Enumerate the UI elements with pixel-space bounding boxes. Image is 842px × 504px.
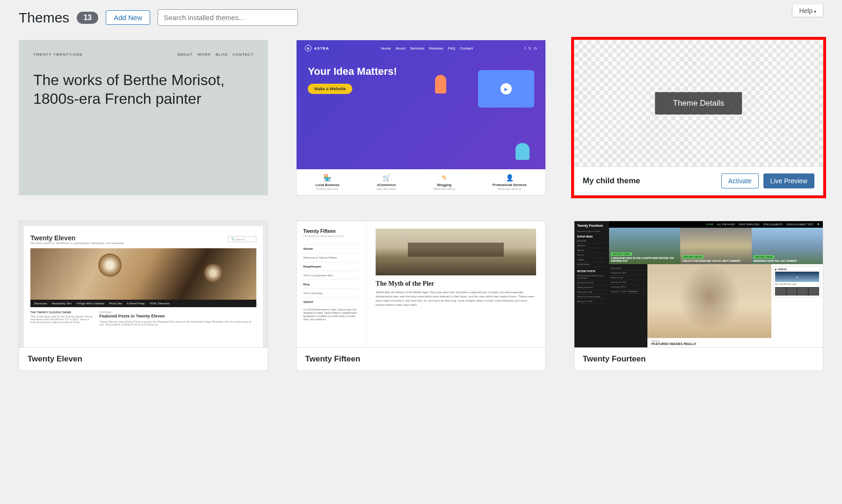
preview-site-title: TWENTY TWENTY-ONE bbox=[33, 52, 83, 57]
preview-social-icons: f 𝕏 G bbox=[524, 46, 537, 50]
theme-screenshot: Twenty Fifteen The WordPress default the… bbox=[297, 221, 545, 347]
person-icon: 👤 bbox=[493, 174, 527, 181]
theme-screenshot: Twenty Fourteen A beautiful magazine the… bbox=[574, 221, 823, 347]
theme-card-astra[interactable]: A ASTRA Home About Services Reviews FAQ … bbox=[296, 40, 545, 195]
preview-video-thumb: ▶ bbox=[775, 272, 819, 282]
preview-featured-row: FEATURED, TRAVELA WEEKEND AWAY IN THE CO… bbox=[609, 228, 823, 264]
preview-header-image bbox=[30, 248, 256, 300]
preview-left-sidebar: Twenty Fourteen A beautiful magazine the… bbox=[574, 221, 609, 347]
theme-name: Twenty Fifteen bbox=[305, 354, 360, 364]
theme-screenshot-empty: Theme Details bbox=[574, 40, 823, 166]
theme-footer: Active: Twenty Twenty-One Customize bbox=[19, 195, 268, 195]
google-icon: G bbox=[534, 46, 537, 50]
preview-cta: Make a Website bbox=[308, 84, 352, 94]
theme-card-twenty-eleven[interactable]: Twenty Eleven The 2011 theme for WordPre… bbox=[19, 221, 268, 371]
preview-categories: 🏪Local BusinessSimilique notio ipsum 🛒eC… bbox=[297, 169, 545, 195]
preview-article-image bbox=[376, 229, 536, 275]
preview-hero-text: The works of Berthe Morisot, 1800s-era F… bbox=[33, 71, 254, 108]
theme-name: Twenty Fourteen bbox=[583, 354, 646, 364]
preview-sidebar: Twenty Fifteen The WordPress default the… bbox=[297, 221, 366, 347]
preview-nav: Showcase Readability Test A Page With a … bbox=[30, 300, 256, 307]
activate-button[interactable]: Activate bbox=[721, 173, 759, 188]
play-icon: ▶ bbox=[501, 83, 512, 94]
theme-card-twenty-fifteen[interactable]: Twenty Fifteen The WordPress default the… bbox=[296, 221, 545, 371]
theme-card-my-child-theme[interactable]: Theme Details My child theme Activate Li… bbox=[574, 40, 823, 195]
play-icon: ▶ bbox=[797, 276, 798, 278]
preview-nav: ABOUT WORK BLOG CONTACT bbox=[178, 52, 254, 57]
preview-illustration: ▶ bbox=[426, 65, 534, 160]
preview-logo: A ASTRA bbox=[305, 45, 329, 51]
theme-name: Twenty Eleven bbox=[28, 354, 82, 364]
theme-name: My child theme bbox=[583, 176, 640, 186]
store-icon: 🏪 bbox=[315, 174, 339, 181]
preview-nav: Home About Services Reviews FAQ Contact bbox=[381, 46, 473, 50]
preview-main: The Myth of the Pier Attired after the f… bbox=[366, 221, 545, 347]
theme-footer: Astra bbox=[297, 195, 545, 195]
theme-screenshot: TWENTY TWENTY-ONE ABOUT WORK BLOG CONTAC… bbox=[19, 40, 268, 195]
preview-title: Twenty Eleven bbox=[30, 234, 123, 242]
theme-count-badge: 13 bbox=[77, 12, 98, 24]
theme-details-button[interactable]: Theme Details bbox=[655, 92, 742, 115]
preview-main-image: PHOTOSFEATURED IMAGES REALLY bbox=[647, 264, 771, 347]
astra-logo-icon: A bbox=[305, 45, 312, 51]
preview-subtitle: The 2011 theme for WordPress is sophisti… bbox=[30, 242, 123, 245]
theme-footer: Twenty Fifteen bbox=[297, 347, 545, 370]
theme-screenshot: A ASTRA Home About Services Reviews FAQ … bbox=[297, 40, 545, 195]
theme-screenshot: Twenty Eleven The 2011 theme for WordPre… bbox=[19, 221, 268, 347]
themes-grid: TWENTY TWENTY-ONE ABOUT WORK BLOG CONTAC… bbox=[19, 40, 823, 371]
facebook-icon: f bbox=[524, 46, 525, 50]
page-header: Themes 13 Add New Help bbox=[19, 9, 823, 26]
theme-card-twenty-fourteen[interactable]: Twenty Fourteen A beautiful magazine the… bbox=[574, 221, 823, 371]
pencil-icon: ✎ bbox=[434, 174, 456, 181]
twitter-icon: 𝕏 bbox=[528, 46, 531, 50]
theme-footer: Twenty Eleven bbox=[19, 347, 268, 370]
cart-icon: 🛒 bbox=[377, 174, 396, 181]
add-new-button[interactable]: Add New bbox=[106, 10, 150, 25]
page-title: Themes bbox=[19, 10, 69, 26]
theme-card-twenty-twenty-one[interactable]: TWENTY TWENTY-ONE ABOUT WORK BLOG CONTAC… bbox=[19, 40, 268, 195]
preview-search: 🔍 Search bbox=[228, 236, 256, 242]
live-preview-button[interactable]: Live Preview bbox=[763, 173, 814, 188]
preview-top-nav: HOME ALL THE PAGES PAGE TEMPLATES HTML E… bbox=[609, 221, 823, 228]
preview-hero-title: Your Idea Matters! bbox=[308, 65, 416, 77]
help-button[interactable]: Help bbox=[792, 5, 823, 17]
theme-footer: Twenty Fourteen bbox=[574, 347, 823, 370]
search-icon: 🔍 bbox=[817, 223, 820, 226]
theme-footer: My child theme Activate Live Preview bbox=[574, 166, 823, 195]
search-themes-input[interactable] bbox=[158, 9, 298, 26]
